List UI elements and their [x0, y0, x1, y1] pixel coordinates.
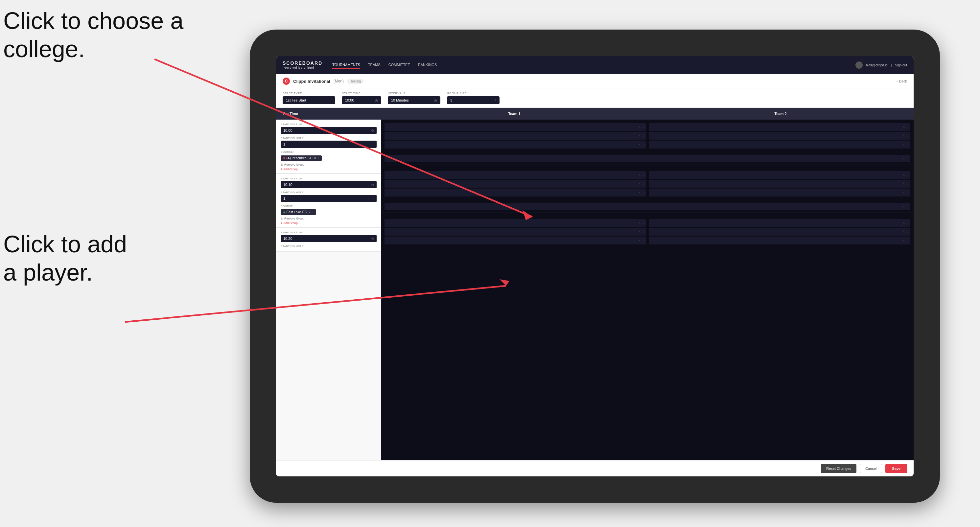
- nav-tournaments[interactable]: TOURNAMENTS: [332, 62, 360, 69]
- slot-caret-2-1: ↓: [907, 125, 908, 129]
- player-slot-6-2[interactable]: ✕ ↓: [649, 228, 910, 236]
- add-icon-1: +: [281, 168, 282, 171]
- add-group-link-1[interactable]: + Add Group: [281, 168, 377, 171]
- clock-icon-3: ◷: [371, 129, 374, 132]
- divider: |: [891, 63, 892, 67]
- sign-out-link[interactable]: Sign out: [895, 63, 907, 67]
- team2-block-2: ✕ ↓ ✕ ↓ ✕ ↓: [648, 170, 912, 198]
- slot-x-5-2[interactable]: ✕: [638, 230, 641, 233]
- course-chevron-2: ↓: [312, 211, 314, 214]
- player-slot-3-3[interactable]: ✕ ↓: [385, 189, 646, 197]
- annotation-bottom: Click to adda player.: [3, 230, 127, 287]
- time-text-1: 10:00: [283, 129, 293, 132]
- intervals-select[interactable]: 10 Minutes ◷: [388, 96, 441, 104]
- course-remove-1[interactable]: ✕: [314, 156, 317, 160]
- remove-icon-2: ⊗: [281, 217, 283, 220]
- slot-x-3-2[interactable]: ✕: [638, 183, 641, 185]
- course-label-2: COURSE:: [281, 205, 377, 208]
- player-slot-1-1[interactable]: ✕ ↓: [385, 123, 646, 131]
- slot-x-4-3[interactable]: ✕: [903, 191, 905, 194]
- add-group-link-2[interactable]: + Add Group: [281, 221, 377, 225]
- player-slot-3-1[interactable]: ✕ ↓: [385, 171, 646, 179]
- slot-caret-5-1: ↓: [643, 221, 644, 224]
- group-size-group: Group Size 3 ↕: [447, 92, 500, 104]
- annotation-top-text: Click to choose acollege.: [3, 8, 183, 62]
- course-remove-2[interactable]: ✕: [308, 211, 311, 214]
- player-slot-1-3[interactable]: ✕ ↓: [385, 141, 646, 149]
- starting-hole-value-1[interactable]: 1 ↕: [281, 141, 377, 148]
- slot-x-1-1[interactable]: ✕: [638, 125, 641, 129]
- starting-hole-label-1: STARTING HOLE:: [281, 137, 377, 140]
- starting-hole-value-2[interactable]: 1 ↕: [281, 195, 377, 202]
- slot-x-6-2[interactable]: ✕: [903, 230, 905, 233]
- back-button[interactable]: ‹ Back: [897, 79, 907, 83]
- save-button[interactable]: Save: [885, 464, 907, 473]
- brand-main: SCOREBOARD: [283, 60, 322, 66]
- player-slot-2-3[interactable]: ✕ ↓: [649, 141, 910, 149]
- player-slot-2-1[interactable]: ✕ ↓: [649, 123, 910, 131]
- course-slot-1-1[interactable]: ✕ ↓: [385, 155, 910, 162]
- reset-button[interactable]: Reset Changes: [821, 464, 856, 473]
- clock-icon: ◷: [375, 98, 378, 102]
- course-x-1-1[interactable]: ✕: [903, 157, 905, 160]
- starting-hole-label-2: STARTING HOLE:: [281, 191, 377, 194]
- player-slot-4-2[interactable]: ✕ ↓: [649, 180, 910, 187]
- course-slot-2-1[interactable]: ✕ ↓: [385, 203, 910, 210]
- player-slot-3-2[interactable]: ✕ ↓: [385, 180, 646, 187]
- slot-caret-1-3: ↓: [643, 143, 644, 146]
- slot-x-4-2[interactable]: ✕: [903, 183, 905, 185]
- start-type-select[interactable]: 1st Tee Start ↕: [283, 96, 335, 104]
- remove-group-link-2[interactable]: ⊗ Remove Group: [281, 217, 377, 220]
- slot-x-5-3[interactable]: ✕: [638, 239, 641, 242]
- course-chevron-1: ↓: [318, 156, 320, 160]
- remove-group-link-1[interactable]: ⊗ Remove Group: [281, 163, 377, 166]
- slot-x-5-1[interactable]: ✕: [638, 221, 641, 224]
- course-tag-1[interactable]: ■ (A) Peachtree GC ✕ ↓: [281, 156, 322, 161]
- player-slot-4-1[interactable]: ✕ ↓: [649, 171, 910, 179]
- clippd-logo: C: [283, 78, 290, 85]
- stepper-icon-1: ↕: [373, 143, 374, 146]
- slot-x-6-3[interactable]: ✕: [903, 239, 905, 242]
- player-slot-6-1[interactable]: ✕ ↓: [649, 219, 910, 227]
- intervals-label: Intervals: [388, 92, 441, 95]
- slot-x-1-2[interactable]: ✕: [638, 134, 641, 137]
- starting-time-value-3[interactable]: 10:20 ◷: [281, 235, 377, 242]
- player-slot-2-2[interactable]: ✕ ↓: [649, 132, 910, 140]
- player-slot-4-3[interactable]: ✕ ↓: [649, 189, 910, 197]
- tee-info-column: STARTING TIME: 10:00 ◷ STARTING HOLE: 1 …: [276, 120, 381, 460]
- sub-header: C Clippd Invitational (Men) Hosting ‹ Ba…: [276, 74, 914, 88]
- start-time-input[interactable]: 10:00 ◷: [342, 96, 381, 104]
- avatar: [856, 62, 863, 69]
- player-slot-1-2[interactable]: ✕ ↓: [385, 132, 646, 140]
- slot-x-3-3[interactable]: ✕: [638, 191, 641, 194]
- cancel-button[interactable]: Cancel: [860, 464, 882, 473]
- nav-teams[interactable]: TEAMS: [368, 62, 380, 69]
- group-size-select[interactable]: 3 ↕: [447, 96, 500, 104]
- slot-caret-4-3: ↓: [907, 191, 908, 194]
- player-slot-5-2[interactable]: ✕ ↓: [385, 228, 646, 236]
- slot-x-6-1[interactable]: ✕: [903, 221, 905, 224]
- slot-x-2-1[interactable]: ✕: [903, 125, 905, 129]
- team1-course-2: ✕ ↓: [383, 202, 912, 211]
- slot-x-2-3[interactable]: ✕: [903, 143, 905, 146]
- slot-x-4-1[interactable]: ✕: [903, 173, 905, 176]
- nav-rankings[interactable]: RANKINGS: [418, 62, 437, 69]
- course-x-2-1[interactable]: ✕: [903, 205, 905, 208]
- slot-x-2-2[interactable]: ✕: [903, 134, 905, 137]
- team1-block-3: ✕ ↓ ✕ ↓ ✕ ↓: [383, 217, 647, 246]
- brand: SCOREBOARD Powered by clippd: [283, 60, 322, 70]
- intervals-group: Intervals 10 Minutes ◷: [388, 92, 441, 104]
- nav-committee[interactable]: COMMITTEE: [388, 62, 410, 69]
- player-slot-5-3[interactable]: ✕ ↓: [385, 237, 646, 244]
- starting-time-value-1[interactable]: 10:00 ◷: [281, 127, 377, 134]
- course-tag-2[interactable]: ■ East Lake GC ✕ ↓: [281, 209, 316, 215]
- player-slot-6-3[interactable]: ✕ ↓: [649, 237, 910, 244]
- player-slot-5-1[interactable]: ✕ ↓: [385, 219, 646, 227]
- slot-x-1-3[interactable]: ✕: [638, 143, 641, 146]
- clock-icon-2: ◷: [434, 98, 437, 102]
- tee-group-3: STARTING TIME: 10:20 ◷ STARTING HOLE:: [276, 228, 381, 252]
- nav-right: blair@clippd.io | Sign out: [856, 62, 907, 69]
- slot-x-3-1[interactable]: ✕: [638, 173, 641, 176]
- course-caret-1-1: ↓: [907, 157, 908, 160]
- starting-time-value-2[interactable]: 10:10 ◷: [281, 181, 377, 188]
